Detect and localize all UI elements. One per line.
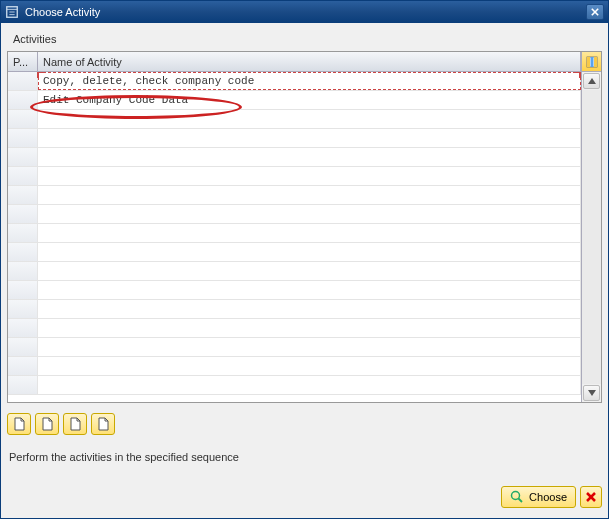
table-row[interactable]: Copy, delete, check company code bbox=[8, 72, 581, 91]
grid-header: P... Name of Activity bbox=[8, 52, 581, 72]
toolbar bbox=[7, 403, 602, 441]
document-icon bbox=[96, 417, 110, 431]
cancel-icon bbox=[585, 491, 597, 503]
close-button[interactable] bbox=[586, 4, 604, 20]
column-header-performed[interactable]: P... bbox=[8, 52, 38, 71]
dialog-footer: Choose bbox=[7, 482, 602, 512]
column-header-name[interactable]: Name of Activity bbox=[38, 52, 581, 71]
grid-body: Copy, delete, check company code Edit Co… bbox=[8, 72, 581, 402]
chevron-up-icon bbox=[588, 78, 596, 84]
svg-marker-10 bbox=[588, 78, 596, 84]
cancel-button[interactable] bbox=[580, 486, 602, 508]
cell-performed bbox=[8, 72, 38, 90]
document-button-1[interactable] bbox=[7, 413, 31, 435]
svg-marker-11 bbox=[588, 390, 596, 396]
document-icon bbox=[68, 417, 82, 431]
cell-activity-name[interactable]: Copy, delete, check company code bbox=[38, 72, 581, 90]
document-button-2[interactable] bbox=[35, 413, 59, 435]
svg-point-12 bbox=[512, 492, 520, 500]
document-icon bbox=[12, 417, 26, 431]
chevron-down-icon bbox=[588, 390, 596, 396]
choose-button[interactable]: Choose bbox=[501, 486, 576, 508]
svg-rect-7 bbox=[587, 57, 590, 67]
table-row[interactable]: Edit Company Code Data bbox=[8, 91, 581, 110]
svg-rect-9 bbox=[594, 57, 597, 67]
cell-performed bbox=[8, 91, 38, 109]
section-label: Activities bbox=[7, 29, 602, 51]
configure-columns-button[interactable] bbox=[582, 52, 601, 72]
magnifier-icon bbox=[510, 490, 524, 504]
cell-activity-name[interactable]: Edit Company Code Data bbox=[38, 91, 581, 109]
titlebar: Choose Activity bbox=[1, 1, 608, 23]
instruction-text: Perform the activities in the specified … bbox=[7, 441, 602, 473]
document-button-3[interactable] bbox=[63, 413, 87, 435]
scroll-down-button[interactable] bbox=[583, 385, 600, 401]
activities-grid: P... Name of Activity Copy, delete, chec… bbox=[7, 51, 602, 403]
document-button-4[interactable] bbox=[91, 413, 115, 435]
table-config-icon bbox=[586, 56, 598, 68]
choose-button-label: Choose bbox=[529, 491, 567, 503]
vertical-scrollbar[interactable] bbox=[582, 72, 601, 402]
close-icon bbox=[591, 8, 599, 16]
dialog-content: Activities P... Name of Activity Copy, d… bbox=[1, 23, 608, 518]
scroll-up-button[interactable] bbox=[583, 73, 600, 89]
document-icon bbox=[40, 417, 54, 431]
scroll-track[interactable] bbox=[582, 90, 601, 384]
grid-sidebar bbox=[581, 52, 601, 402]
window-title: Choose Activity bbox=[25, 6, 586, 18]
svg-rect-8 bbox=[590, 57, 593, 67]
dialog-icon bbox=[5, 5, 19, 19]
svg-line-13 bbox=[519, 499, 523, 503]
